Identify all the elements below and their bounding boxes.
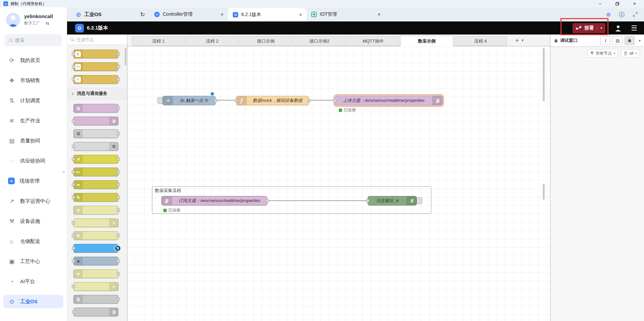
debug-input-port[interactable] xyxy=(366,199,369,202)
sidebar-item-my-home[interactable]: ⟳ 我的首页 xyxy=(3,54,63,67)
refresh-icon[interactable]: ↻ xyxy=(140,11,145,18)
inject-output-port[interactable] xyxy=(214,99,217,102)
flow-tab[interactable]: 流程 1 xyxy=(132,36,185,46)
mqtt-out-node-selected[interactable]: 上传主题：/env/sensor/realtime/properties ))) xyxy=(335,95,443,106)
debug-toggle-button[interactable] xyxy=(417,197,422,204)
flow-tab[interactable]: MQTT操作 xyxy=(347,36,399,46)
palette-filter-input[interactable] xyxy=(76,37,117,42)
debug-message-list[interactable] xyxy=(550,60,644,321)
sidebar-item-plan-schedule[interactable]: ⇅ 计划调度 xyxy=(3,94,63,107)
add-flow-button[interactable]: + xyxy=(515,37,519,44)
flow-tab[interactable]: 流程 4 xyxy=(454,36,507,46)
node-output-port[interactable] xyxy=(117,259,120,263)
node-input-port[interactable] xyxy=(72,52,75,56)
flow-canvas[interactable]: ➔ 3s 触发一次 ↻ f 数据mock，模拟设备数据 上传主题：/env/se… xyxy=(127,46,550,321)
palette-node-json-parser[interactable]: {} xyxy=(73,50,118,58)
mqtt-in-node[interactable]: ))) 订阅主题：/env/sensor/realtime/properties xyxy=(161,196,267,205)
sidebar-item-industrial-os[interactable]: ⊙ 工业OS xyxy=(3,295,63,308)
help-tab-button[interactable]: ▤ xyxy=(612,36,623,45)
sidebar-item-supply-chain-collab[interactable]: ◌ 供应链协同 xyxy=(3,154,63,168)
flow-list-caret-icon[interactable]: ▾ xyxy=(522,38,524,43)
sidebar-item-ai-platform[interactable]: ◔ AI平台 xyxy=(3,275,63,288)
palette-node-http-response[interactable]: ➤ xyxy=(73,218,118,227)
browser-tab-controller-management[interactable]: C Controller管理 × xyxy=(150,7,228,21)
node-input-port[interactable] xyxy=(72,145,75,148)
sidebar-item-market-sales[interactable]: ❖ 市场销售 xyxy=(3,74,63,87)
browser-tab-version-621[interactable]: G 6.2.1版本 × xyxy=(228,8,307,21)
node-input-port[interactable] xyxy=(72,196,75,199)
node-output-port[interactable] xyxy=(117,272,120,275)
palette-scrollbar-thumb[interactable] xyxy=(125,48,126,65)
debug-node[interactable]: 日志输出 ⇲ ≣ xyxy=(368,196,417,205)
palette-node-ws-response[interactable]: ➤ xyxy=(73,282,118,291)
user-card[interactable]: yelinkoncall 数字工厂 ⇆ xyxy=(0,7,67,27)
download-icon[interactable] xyxy=(619,12,625,17)
palette-filter[interactable] xyxy=(67,35,127,45)
os-logo-icon[interactable]: ⊙ xyxy=(606,12,611,17)
palette-node-http-in[interactable]: ⊕ xyxy=(73,206,118,214)
node-output-port[interactable] xyxy=(117,65,120,68)
main-menu-icon[interactable]: ☰ xyxy=(631,24,637,31)
node-input-port[interactable] xyxy=(72,183,75,186)
node-input-port[interactable] xyxy=(72,247,75,250)
palette-node-ws-listen[interactable]: ⊕ xyxy=(73,269,118,278)
node-output-port[interactable] xyxy=(117,298,120,301)
info-tab-button[interactable]: i xyxy=(600,36,610,45)
palette-node-xml-parser[interactable]: <> xyxy=(73,62,118,71)
flow-tab[interactable]: 接口示例 xyxy=(239,36,292,46)
flow-tab[interactable]: 流程 2 xyxy=(186,36,238,46)
palette-node-http-request[interactable]: ⊕ xyxy=(73,231,118,240)
deploy-button[interactable]: 部署 ▾ xyxy=(573,23,605,33)
palette-node-msg-sort[interactable]: ⇅ xyxy=(73,193,118,202)
node-output-port[interactable] xyxy=(117,107,120,110)
node-input-port[interactable] xyxy=(72,119,75,123)
inject-node[interactable]: ➔ 3s 触发一次 ↻ xyxy=(162,96,216,105)
palette-node-msg-subscribe[interactable]: ⚄ xyxy=(73,129,118,138)
palette-node-yaml-parser[interactable]: Y xyxy=(73,75,118,84)
canvas-scrollbar-thumb[interactable] xyxy=(543,48,545,101)
inject-trigger-button[interactable] xyxy=(157,97,162,104)
node-output-port[interactable] xyxy=(117,170,120,174)
node-output-port[interactable] xyxy=(117,234,120,237)
node-input-port[interactable] xyxy=(72,170,75,174)
switch-org-icon[interactable]: ⇆ xyxy=(46,21,49,26)
clear-debug-dropdown[interactable]: all ▾ xyxy=(621,49,640,58)
node-output-port[interactable] xyxy=(117,132,120,135)
canvas-scrollbar-thumb[interactable] xyxy=(543,184,545,200)
tab-close-icon[interactable]: × xyxy=(378,12,380,17)
palette-node-tcp-response[interactable]: ))) xyxy=(73,308,118,316)
sidebar-item-production-jobs[interactable]: ≋ 生产作业 xyxy=(3,114,63,127)
fullscreen-icon[interactable] xyxy=(633,12,638,17)
palette-node-http-response-builder[interactable]: ↯ xyxy=(73,244,118,253)
sidebar-item-warehouse-delivery[interactable]: ⌂ 仓储配送 xyxy=(3,235,63,248)
node-input-port[interactable] xyxy=(72,221,75,224)
palette-node-msg-join[interactable]: ≡▸ xyxy=(73,180,118,189)
function-input-port[interactable] xyxy=(234,99,238,102)
node-input-port[interactable] xyxy=(72,78,75,81)
palette-node-msg-change[interactable]: ⇄ xyxy=(73,155,118,164)
sidebar-item-site-management[interactable]: ≋ 现场管理 xyxy=(3,174,63,188)
panel-caret-icon[interactable]: ▾ xyxy=(639,39,641,43)
node-input-port[interactable] xyxy=(72,285,75,288)
node-output-port[interactable] xyxy=(117,157,120,161)
node-output-port[interactable] xyxy=(117,208,120,212)
sidebar-item-digital-operations-center[interactable]: ↗ 数字运营中心 xyxy=(3,194,63,208)
sidebar-collapse-icon[interactable]: « xyxy=(62,169,65,175)
node-input-port[interactable] xyxy=(72,157,75,161)
function-node[interactable]: f 数据mock，模拟设备数据 xyxy=(236,96,309,105)
user-menu-icon[interactable] xyxy=(615,25,622,31)
palette-node-mqtt-write[interactable]: ))) xyxy=(73,117,118,125)
palette-node-tcp-listen[interactable]: ))) xyxy=(73,295,118,304)
palette-node-msg-publish[interactable]: ⚄ xyxy=(73,142,118,151)
node-input-port[interactable] xyxy=(72,234,75,237)
filter-nodes-dropdown[interactable]: 所有节点 ▾ xyxy=(587,49,619,58)
palette-node-msg-split[interactable]: ▸≡ xyxy=(73,168,118,176)
palette-node-api-call[interactable]: ◈ xyxy=(73,257,118,265)
sidebar-item-process-center[interactable]: ▣ 工艺中心 xyxy=(3,255,63,268)
mqtt-out-input-port[interactable] xyxy=(333,99,336,102)
tab-close-icon[interactable]: × xyxy=(221,12,223,17)
flow-tab[interactable]: 接口示例2 xyxy=(293,36,346,46)
node-input-port[interactable] xyxy=(72,65,75,68)
sidebar-item-equipment-facilities[interactable]: ⚒ 设备设施 xyxy=(3,214,63,228)
flow-tab[interactable]: 数采示例 xyxy=(400,36,453,46)
